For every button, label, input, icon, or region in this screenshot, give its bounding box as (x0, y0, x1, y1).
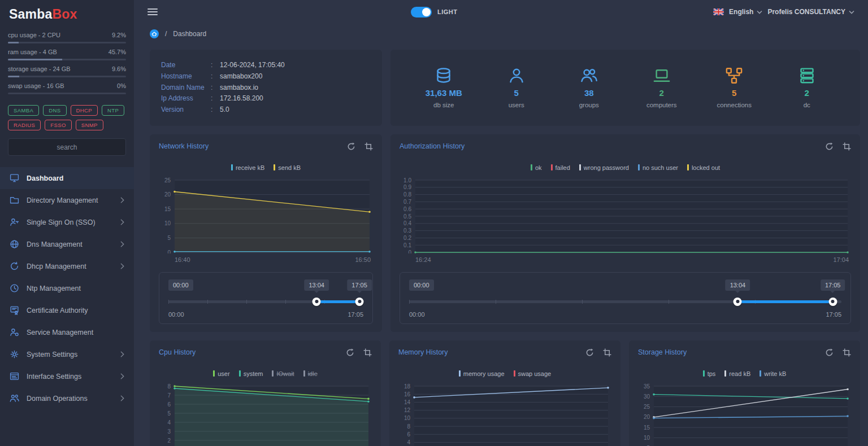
user-icon (508, 67, 525, 84)
slider-handle-end[interactable] (355, 298, 364, 306)
account-label: Profelis CONSULTANCY (767, 8, 845, 16)
usage-label: storage usage - 24 GB (8, 65, 71, 72)
legend-item[interactable]: user (213, 370, 229, 377)
sidebar-item-label: Single Sign On (SSO) (27, 218, 96, 226)
service-badges: SAMBADNSDHCPNTPRADIUSFSSOSNMP (0, 100, 134, 132)
svg-text:6: 6 (167, 401, 171, 407)
usage-row: storage usage - 24 GB9.6% (8, 65, 126, 77)
menu-toggle-icon[interactable] (147, 8, 158, 16)
logo-text-primary: Samba (9, 7, 52, 22)
legend-label: locked out (692, 164, 720, 171)
users-icon (580, 67, 597, 84)
sidebar-item-label: Service Management (27, 329, 93, 336)
theme-toggle[interactable] (411, 7, 432, 18)
stat-value: 2 (805, 88, 809, 98)
search-box (0, 132, 134, 158)
legend-item[interactable]: no such user (638, 164, 678, 171)
home-icon[interactable] (150, 29, 159, 38)
slider-handle-end[interactable] (828, 298, 837, 306)
dashboard-icon (10, 173, 19, 183)
legend-item[interactable]: idle (303, 370, 318, 377)
content: Date:12-06-2024, 17:05:40Hostname:sambab… (134, 44, 868, 446)
legend-item[interactable]: IOwait (272, 370, 294, 377)
legend-swatch (272, 370, 274, 377)
slider-handle-start[interactable] (313, 298, 321, 306)
sidebar-item-domain-operations[interactable]: Domain Operations (0, 387, 134, 409)
legend-item[interactable]: tps (703, 370, 716, 377)
sidebar-item-interface-settings[interactable]: Interface Settings (0, 365, 134, 387)
refresh-icon[interactable] (825, 142, 834, 151)
svg-text:20: 20 (164, 191, 171, 198)
legend-item[interactable]: locked out (687, 164, 720, 171)
legend-label: receive kB (236, 164, 264, 171)
sidebar-item-ntp-management[interactable]: Ntp Management (0, 277, 134, 299)
fullscreen-icon[interactable] (843, 348, 851, 357)
svg-text:3: 3 (167, 428, 171, 434)
sidebar-item-system-settings[interactable]: System Settings (0, 343, 134, 365)
sidebar-item-single-sign-on-sso[interactable]: Single Sign On (SSO) (0, 211, 134, 233)
legend-item[interactable]: receive kB (231, 164, 264, 171)
sidebar-item-service-management[interactable]: Service Management (0, 321, 134, 343)
svg-text:20: 20 (644, 414, 650, 420)
dhcp-icon (10, 261, 19, 271)
time-range-slider: 00:00 13:04 17:05 00:00 17:05 (159, 272, 373, 324)
fullscreen-icon[interactable] (364, 142, 373, 151)
sidebar-item-dhcp-management[interactable]: Dhcp Management (0, 255, 134, 277)
info-label: Domain Name (161, 82, 211, 94)
refresh-icon[interactable] (585, 348, 594, 357)
fullscreen-icon[interactable] (603, 348, 611, 357)
chevron-right-icon (120, 241, 124, 247)
chart-plot: 05101520253035 (638, 382, 851, 446)
info-label: Version (161, 104, 211, 116)
slider-handle-start[interactable] (734, 298, 742, 306)
svg-text:0.8: 0.8 (403, 191, 411, 198)
stat-value: 31,63 MB (426, 88, 462, 98)
refresh-icon[interactable] (347, 142, 355, 151)
svg-text:25: 25 (644, 404, 650, 410)
slider-tooltip-start: 13:04 (304, 279, 329, 291)
legend-item[interactable]: memory usage (459, 370, 505, 377)
legend-swatch (703, 370, 705, 377)
sidebar-item-certificate-authority[interactable]: Certificate Authority (0, 299, 134, 321)
sidebar-item-directory-management[interactable]: Directory Management (0, 189, 134, 211)
legend-item[interactable]: system (239, 370, 263, 377)
legend-label: read kB (729, 370, 750, 377)
svg-text:0.1: 0.1 (403, 242, 411, 248)
chevron-right-icon (120, 373, 124, 379)
svg-text:7: 7 (167, 392, 171, 398)
fullscreen-icon[interactable] (843, 142, 851, 151)
account-selector[interactable]: Profelis CONSULTANCY (767, 8, 854, 16)
legend-item[interactable]: send kB (274, 164, 301, 171)
slider-track[interactable] (409, 298, 841, 306)
legend-item[interactable]: ok (531, 164, 542, 171)
legend-item[interactable]: write kB (760, 370, 786, 377)
search-input[interactable] (8, 138, 126, 156)
legend-item[interactable]: failed (551, 164, 570, 171)
svg-text:8: 8 (167, 383, 171, 389)
range-min-chip: 00:00 (168, 279, 193, 291)
legend-item[interactable]: read kB (724, 370, 750, 377)
refresh-icon[interactable] (825, 348, 834, 357)
legend-label: memory usage (463, 370, 505, 377)
legend-item[interactable]: wrong password (579, 164, 629, 171)
stat-value: 5 (514, 88, 519, 98)
sidebar-item-dns-management[interactable]: Dns Management (0, 233, 134, 255)
slider-tooltip-end: 17:05 (821, 279, 845, 291)
network-icon (726, 67, 743, 84)
svg-text:0.4: 0.4 (403, 220, 411, 226)
legend-label: user (218, 370, 229, 377)
sidebar-item-dashboard[interactable]: Dashboard (0, 167, 134, 189)
slider-track[interactable] (168, 298, 363, 306)
chevron-down-icon (849, 10, 854, 14)
legend-item[interactable]: swap usage (514, 370, 552, 377)
stat-groups: 38groups (563, 67, 614, 108)
svg-text:0.9: 0.9 (403, 184, 411, 190)
language-selector[interactable]: English (729, 8, 762, 16)
svg-text:8: 8 (407, 423, 410, 430)
legend-swatch (459, 370, 461, 377)
legend-label: no such user (643, 164, 678, 171)
fullscreen-icon[interactable] (363, 348, 372, 357)
sidebar-item-label: Certificate Authority (27, 307, 88, 314)
info-label: Ip Address (161, 93, 211, 104)
refresh-icon[interactable] (346, 348, 354, 357)
